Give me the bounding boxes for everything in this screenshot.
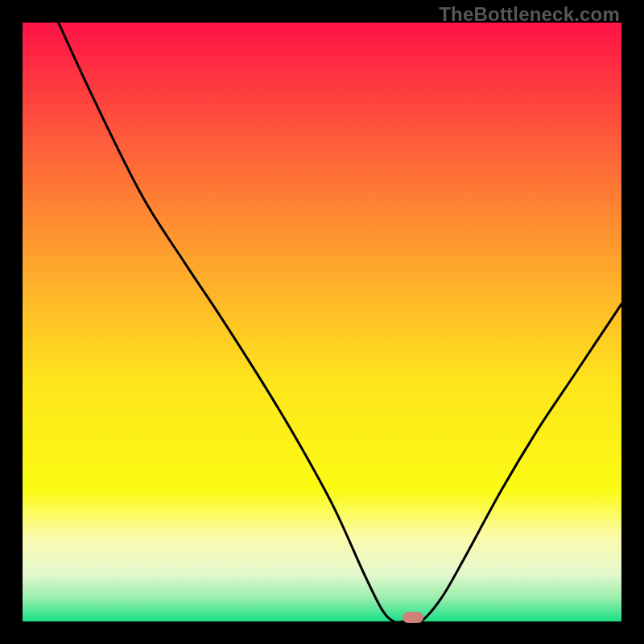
chart-plot-area <box>23 23 621 621</box>
optimal-marker <box>402 612 423 623</box>
chart-svg <box>23 23 621 621</box>
chart-background <box>23 23 621 621</box>
